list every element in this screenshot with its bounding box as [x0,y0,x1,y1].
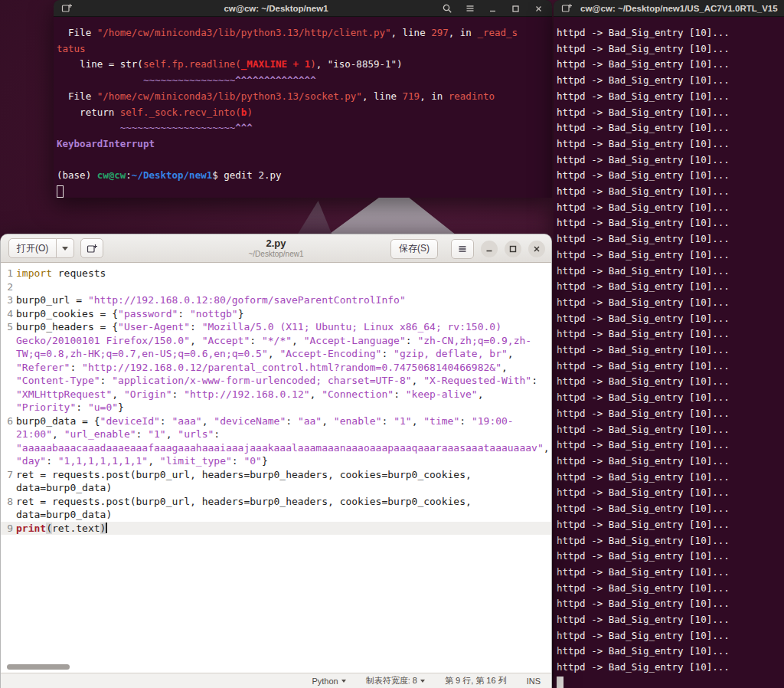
terminal-line: httpd -> Bad_Sig_entry [10]... [557,41,781,57]
insert-mode-indicator: INS [527,677,541,686]
terminal-line: ~~~~~~~~~~~~~~~~~~~~^^^ [57,120,549,136]
gedit-statusbar: Python 制表符宽度: 8 第 9 行, 第 16 列 INS [1,673,551,688]
terminal-line: httpd -> Bad_Sig_entry [10]... [557,152,781,169]
terminal-line: httpd -> Bad_Sig_entry [10]... [557,215,781,231]
terminal-line: httpd -> Bad_Sig_entry [10]... [557,501,781,517]
language-selector[interactable]: Python [312,677,345,686]
gedit-title-block: 2.py ~/Desktop/new1 [249,238,304,259]
terminal-line: httpd -> Bad_Sig_entry [10]... [557,264,781,280]
tab-width-selector[interactable]: 制表符宽度: 8 [366,675,425,686]
terminal-line: httpd -> Bad_Sig_entry [10]... [557,485,781,501]
terminal-line: tatus [57,41,549,57]
chevron-down-icon [62,247,68,251]
new-tab-icon[interactable] [60,2,74,15]
minimize-button[interactable] [487,3,498,15]
line-number: 9 [1,522,16,536]
terminal-line: httpd -> Bad_Sig_entry [10]... [557,374,781,390]
code-line: 5burp0_headers = {"User-Agent": "Mozilla… [1,320,551,414]
line-number: 5 [1,320,16,414]
terminal-line: httpd -> Bad_Sig_entry [10]... [557,644,781,660]
minimize-button[interactable] [481,241,498,257]
cursor-position: 第 9 行, 第 16 列 [445,675,507,686]
gedit-window: 打开(O) 2.py ~/Desktop/new1 保存(S) [0,234,552,688]
code-line: 9print(ret.text) [1,522,551,536]
line-number: 4 [1,307,16,321]
code-line: 7ret = requests.post(burp0_url, headers=… [1,468,551,495]
terminal-line: httpd -> Bad_Sig_entry [10]... [557,581,781,597]
terminal-line: httpd -> Bad_Sig_entry [10]... [557,25,781,41]
terminal-line: httpd -> Bad_Sig_entry [10]... [557,470,781,486]
terminal-line: File "/home/cw/miniconda3/lib/python3.13… [57,25,549,41]
line-number: 2 [1,280,16,294]
close-button[interactable] [533,3,544,15]
wallpaper-shape [297,201,332,235]
new-tab-icon[interactable] [560,2,573,15]
terminal-line: httpd -> Bad_Sig_entry [10]... [557,326,781,342]
terminal-line: KeyboardInterrupt [57,136,549,152]
chevron-down-icon [341,680,346,683]
line-number: 8 [1,495,16,522]
desktop: cw@cw: ~/Desktop/new1 [0,0,784,688]
open-split-button: 打开(O) [8,238,74,258]
menu-button[interactable] [451,239,474,259]
new-tab-icon [87,243,98,254]
gedit-header-right: 保存(S) [390,234,545,263]
terminal-line: line = str(self.fp.readline(_MAXLINE + 1… [57,57,549,73]
save-button[interactable]: 保存(S) [390,239,438,259]
line-number: 3 [1,293,16,307]
code-line: 4burp0_cookies = {"password": "nottgb"} [1,307,551,321]
terminal-line: return self._sock.recv_into(b) [57,105,549,121]
terminal-line: httpd -> Bad_Sig_entry [10]... [557,184,781,200]
terminal-line: httpd -> Bad_Sig_entry [10]... [557,89,781,105]
terminal-line: httpd -> Bad_Sig_entry [10]... [557,390,781,406]
horizontal-scrollbar[interactable] [7,664,70,670]
open-button[interactable]: 打开(O) [8,238,57,258]
terminal-line: ~~~~~~~~~~~~~~~~^^^^^^^^^^^^^^ [57,73,549,89]
code-line: 6burp0_data = {"deviceId": "aaa", "devic… [1,414,551,468]
terminal-line: httpd -> Bad_Sig_entry [10]... [557,359,781,375]
menu-icon[interactable] [464,3,475,15]
terminal-line: httpd -> Bad_Sig_entry [10]... [557,612,781,628]
terminal-line: httpd -> Bad_Sig_entry [10]... [557,549,781,565]
gedit-titlebar[interactable]: 打开(O) 2.py ~/Desktop/new1 保存(S) [1,234,551,263]
maximize-button[interactable] [505,241,521,257]
menu-icon [457,244,468,254]
maximize-button[interactable] [510,3,521,15]
terminal-line: httpd -> Bad_Sig_entry [10]... [557,57,781,73]
search-icon[interactable] [441,3,452,15]
line-number: 6 [1,414,16,468]
new-tab-button[interactable] [80,238,103,258]
gedit-text-area[interactable]: 1import requests2 3burp0_url = "http://1… [1,263,551,673]
terminal-line: httpd -> Bad_Sig_entry [10]... [557,311,781,327]
terminal-cursor [557,677,564,688]
terminal-line: httpd -> Bad_Sig_entry [10]... [557,660,781,676]
terminal-top-body[interactable]: File "/home/cw/miniconda3/lib/python3.13… [54,17,552,198]
terminal-line: httpd -> Bad_Sig_entry [10]... [557,279,781,295]
terminal-top-controls [441,0,544,17]
terminal-line: httpd -> Bad_Sig_entry [10]... [557,231,781,247]
document-path: ~/Desktop/new1 [249,250,304,259]
terminal-line [57,152,549,169]
terminal-top-titlebar[interactable]: cw@cw: ~/Desktop/new1 [54,0,552,17]
code-line: 1import requests [1,267,551,280]
terminal-line: httpd -> Bad_Sig_entry [10]... [557,136,781,152]
terminal-line: httpd -> Bad_Sig_entry [10]... [557,105,781,121]
terminal-right-body[interactable]: httpd -> Bad_Sig_entry [10]...httpd -> B… [554,17,784,688]
terminal-top-lines: File "/home/cw/miniconda3/lib/python3.13… [57,25,549,184]
terminal-line: httpd -> Bad_Sig_entry [10]... [557,168,781,184]
terminal-right-titlebar[interactable]: cw@cw: ~/Desktop/new1/US_AC7V1.0RTL_V15 [554,0,784,17]
line-number: 7 [1,468,16,495]
terminal-line: httpd -> Bad_Sig_entry [10]... [557,628,781,644]
close-button[interactable] [528,241,545,257]
terminal-line: httpd -> Bad_Sig_entry [10]... [557,533,781,549]
chevron-down-icon [420,680,425,683]
open-recent-dropdown[interactable] [57,238,74,258]
terminal-line: httpd -> Bad_Sig_entry [10]... [557,120,781,136]
window-title: cw@cw: ~/Desktop/new1/US_AC7V1.0RTL_V15 [580,4,778,13]
terminal-line: httpd -> Bad_Sig_entry [10]... [557,596,781,612]
terminal-window-right: cw@cw: ~/Desktop/new1/US_AC7V1.0RTL_V15 … [554,0,784,688]
window-title: cw@cw: ~/Desktop/new1 [84,4,468,13]
code-line: 2 [1,280,551,294]
terminal-cursor [57,185,64,198]
terminal-line: httpd -> Bad_Sig_entry [10]... [557,342,781,359]
